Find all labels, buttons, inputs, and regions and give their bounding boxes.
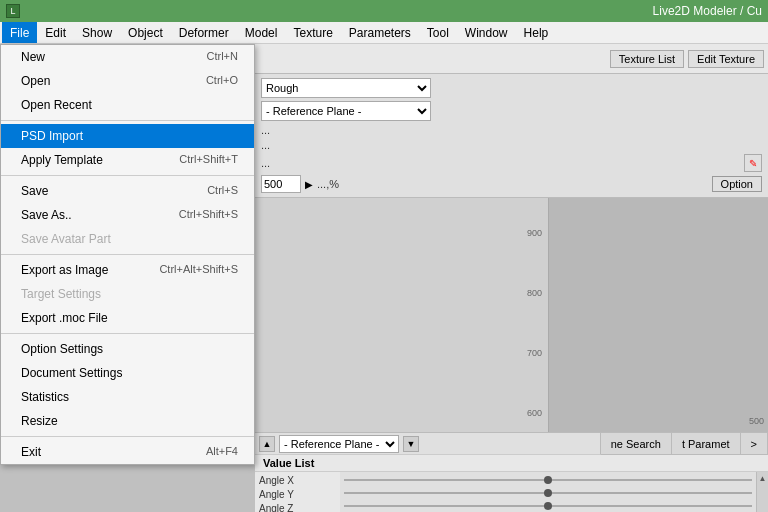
menu-item-psd-import[interactable]: PSD Import [1, 124, 254, 148]
bottom-tabs: ▲ - Reference Plane - ▼ ne Search t Para… [255, 433, 768, 455]
separator-5 [1, 436, 254, 437]
menu-parameters[interactable]: Parameters [341, 22, 419, 43]
slider-angle-x[interactable] [344, 474, 752, 486]
rough-row: Rough [261, 78, 762, 98]
menu-item-exit[interactable]: Exit Alt+F4 [1, 440, 254, 464]
menu-item-document-settings[interactable]: Document Settings [1, 361, 254, 385]
separator-3 [1, 254, 254, 255]
separator-2 [1, 175, 254, 176]
reference-plane-select[interactable]: - Reference Plane - [261, 101, 431, 121]
scroll-up-button[interactable]: ▲ [259, 436, 275, 452]
ref-plane-dropdown[interactable]: - Reference Plane - [279, 435, 399, 453]
value-list-header: Value List [255, 455, 768, 472]
menu-object[interactable]: Object [120, 22, 171, 43]
value-list-sliders [342, 472, 754, 512]
menu-edit[interactable]: Edit [37, 22, 74, 43]
menu-show[interactable]: Show [74, 22, 120, 43]
menu-bar: File Edit Show Object Deformer Model Tex… [0, 22, 768, 44]
tab-paramet[interactable]: t Paramet [672, 433, 741, 454]
menu-item-export-moc[interactable]: Export .moc File [1, 306, 254, 330]
value-item-angle-x: Angle X [257, 474, 338, 487]
canvas-right-panel [548, 198, 768, 432]
menu-item-apply-template[interactable]: Apply Template Ctrl+Shift+T [1, 148, 254, 172]
menu-tool[interactable]: Tool [419, 22, 457, 43]
separator-1 [1, 120, 254, 121]
browse-button[interactable]: ✎ [744, 154, 762, 172]
bottom-number-500: 500 [749, 416, 764, 426]
value-item-angle-y: Angle Y [257, 488, 338, 501]
tab-search[interactable]: ne Search [601, 433, 672, 454]
dots-label-3: ... [261, 157, 740, 169]
side-number-800: 800 [527, 288, 542, 298]
menu-item-export-image[interactable]: Export as Image Ctrl+Alt+Shift+S [1, 258, 254, 282]
canvas-area: 900 800 700 600 [255, 198, 768, 432]
dots-row-1: ... [261, 124, 762, 136]
side-number-900: 900 [527, 228, 542, 238]
value-list-items: Angle X Angle Y Angle Z EyeL Open Left e… [255, 472, 768, 512]
menu-help[interactable]: Help [516, 22, 557, 43]
dots-browse-row: ... ✎ [261, 154, 762, 172]
controls-row: Rough - Reference Plane - ... ... ... ✎ [255, 74, 768, 198]
menu-deformer[interactable]: Deformer [171, 22, 237, 43]
menu-texture[interactable]: Texture [285, 22, 340, 43]
dots-row-2: ... [261, 139, 762, 151]
value-list-area: Value List Angle X Angle Y Angle Z EyeL … [255, 455, 768, 512]
slider-angle-y[interactable] [344, 487, 752, 499]
menu-item-save-avatar-part: Save Avatar Part [1, 227, 254, 251]
menu-window[interactable]: Window [457, 22, 516, 43]
file-dropdown-menu: New Ctrl+N Open Ctrl+O Open Recent PSD I… [0, 44, 255, 465]
content-area: Texture List Edit Texture Rough - Refere… [255, 44, 768, 512]
menu-item-save[interactable]: Save Ctrl+S [1, 179, 254, 203]
rough-select[interactable]: Rough [261, 78, 431, 98]
scroll-down-button[interactable]: ▼ [403, 436, 419, 452]
dots-label-2: ... [261, 139, 270, 151]
value-list-scrollbar[interactable]: ▲ [756, 472, 768, 512]
menu-model[interactable]: Model [237, 22, 286, 43]
menu-item-statistics[interactable]: Statistics [1, 385, 254, 409]
app-icon: L [6, 4, 20, 18]
separator-4 [1, 333, 254, 334]
menu-item-open[interactable]: Open Ctrl+O [1, 69, 254, 93]
menu-item-open-recent[interactable]: Open Recent [1, 93, 254, 117]
edit-texture-button[interactable]: Edit Texture [688, 50, 764, 68]
menu-item-target-settings: Target Settings [1, 282, 254, 306]
reference-plane-row: - Reference Plane - [261, 101, 762, 121]
side-number-600: 600 [527, 408, 542, 418]
tab-expand[interactable]: > [741, 433, 768, 454]
size-input[interactable] [261, 175, 301, 193]
dots-label-1: ... [261, 124, 270, 136]
main-area: New Ctrl+N Open Ctrl+O Open Recent PSD I… [0, 44, 768, 512]
menu-file[interactable]: File [2, 22, 37, 43]
toolbar-row: Texture List Edit Texture [255, 44, 768, 74]
value-list-labels: Angle X Angle Y Angle Z EyeL Open Left e… [255, 472, 340, 512]
value-item-angle-z: Angle Z [257, 502, 338, 512]
title-bar-text: Live2D Modeler / Cu [26, 4, 762, 18]
bottom-panel: ▲ - Reference Plane - ▼ ne Search t Para… [255, 432, 768, 512]
size-row: ▶ ...,% Option [261, 175, 762, 193]
menu-item-save-as[interactable]: Save As.. Ctrl+Shift+S [1, 203, 254, 227]
slider-angle-z[interactable] [344, 500, 752, 512]
percent-label: ...,% [317, 178, 708, 190]
menu-item-resize[interactable]: Resize [1, 409, 254, 433]
texture-list-button[interactable]: Texture List [610, 50, 684, 68]
menu-item-new[interactable]: New Ctrl+N [1, 45, 254, 69]
menu-item-option-settings[interactable]: Option Settings [1, 337, 254, 361]
option-button[interactable]: Option [712, 176, 762, 192]
title-bar: L Live2D Modeler / Cu [0, 0, 768, 22]
side-number-700: 700 [527, 348, 542, 358]
ref-plane-row: ▲ - Reference Plane - ▼ [255, 433, 601, 455]
